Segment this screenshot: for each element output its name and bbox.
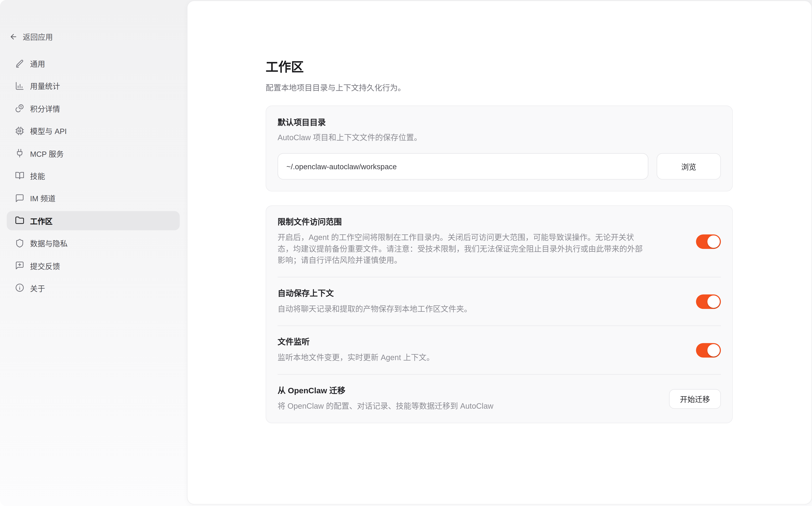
sidebar-item-label: 关于 xyxy=(30,282,45,293)
cpu-icon xyxy=(15,126,24,136)
setting-row-restrict-file-access: 限制文件访问范围 开启后，Agent 的工作空间将限制在工作目录内。关闭后可访问… xyxy=(278,206,721,277)
bar-chart-icon xyxy=(15,81,24,90)
sidebar-item-feedback[interactable]: 提交反馈 xyxy=(7,256,179,275)
setting-row-migrate-openclaw: 从 OpenClaw 迁移 将 OpenClaw 的配置、对话记录、技能等数据迁… xyxy=(278,374,721,423)
setting-description: 自动将聊天记录和提取的产物保存到本地工作区文件夹。 xyxy=(278,303,472,315)
sidebar-item-label: 通用 xyxy=(30,58,45,69)
workspace-settings-card: 限制文件访问范围 开启后，Agent 的工作空间将限制在工作目录内。关闭后可访问… xyxy=(266,205,733,423)
sidebar-item-label: IM 频道 xyxy=(30,193,56,203)
sidebar-item-data-privacy[interactable]: 数据与隐私 xyxy=(7,233,179,253)
sidebar-item-label: 用量统计 xyxy=(30,80,60,91)
directory-card-title: 默认项目目录 xyxy=(278,117,721,128)
sidebar-item-models-api[interactable]: 模型与 API xyxy=(7,121,179,140)
coins-icon xyxy=(15,103,24,113)
shield-icon xyxy=(15,238,24,248)
back-to-app-button[interactable]: 返回应用 xyxy=(9,31,53,42)
arrow-left-icon xyxy=(9,32,17,40)
setting-title: 从 OpenClaw 迁移 xyxy=(278,386,493,396)
settings-sidebar: 返回应用 通用 用量统计 积分详情 xyxy=(0,0,187,506)
sidebar-item-label: 提交反馈 xyxy=(30,260,60,271)
workspace-path-input[interactable] xyxy=(278,153,648,179)
app-window: 返回应用 通用 用量统计 积分详情 xyxy=(0,0,812,506)
settings-main-panel: 工作区 配置本地项目目录与上下文持久化行为。 默认项目目录 AutoClaw 项… xyxy=(187,1,812,505)
directory-card-description: AutoClaw 项目和上下文文件的保存位置。 xyxy=(278,133,721,143)
setting-title: 文件监听 xyxy=(278,337,434,347)
setting-title: 自动保存上下文 xyxy=(278,288,472,299)
default-directory-card: 默认项目目录 AutoClaw 项目和上下文文件的保存位置。 浏览 xyxy=(266,105,733,191)
sidebar-item-label: 技能 xyxy=(30,170,45,181)
sidebar-item-usage-stats[interactable]: 用量统计 xyxy=(7,76,179,95)
toggle-knob xyxy=(708,344,720,356)
restrict-file-access-toggle[interactable] xyxy=(696,234,721,249)
setting-text: 自动保存上下文 自动将聊天记录和提取的产物保存到本地工作区文件夹。 xyxy=(278,288,472,315)
auto-save-context-toggle[interactable] xyxy=(696,294,721,309)
sidebar-item-im-channels[interactable]: IM 频道 xyxy=(7,188,179,208)
setting-text: 文件监听 监听本地文件变更，实时更新 Agent 上下文。 xyxy=(278,337,434,363)
page-title: 工作区 xyxy=(266,1,733,75)
book-open-icon xyxy=(15,171,24,180)
setting-text: 限制文件访问范围 开启后，Agent 的工作空间将限制在工作目录内。关闭后可访问… xyxy=(278,217,646,266)
workspace-settings-page: 工作区 配置本地项目目录与上下文持久化行为。 默认项目目录 AutoClaw 项… xyxy=(266,1,733,423)
message-square-icon xyxy=(15,193,24,203)
setting-row-file-watch: 文件监听 监听本地文件变更，实时更新 Agent 上下文。 xyxy=(278,325,721,374)
start-migration-button[interactable]: 开始迁移 xyxy=(669,389,721,409)
sidebar-item-workspace[interactable]: 工作区 xyxy=(7,211,179,230)
sidebar-item-mcp-services[interactable]: MCP 服务 xyxy=(7,144,179,163)
sidebar-nav: 通用 用量统计 积分详情 模型与 API xyxy=(7,54,179,301)
sidebar-item-about[interactable]: 关于 xyxy=(7,278,179,298)
setting-title: 限制文件访问范围 xyxy=(278,217,646,227)
directory-input-row: 浏览 xyxy=(278,153,721,179)
sidebar-item-credits[interactable]: 积分详情 xyxy=(7,99,179,118)
setting-description: 监听本地文件变更，实时更新 Agent 上下文。 xyxy=(278,352,434,363)
back-to-app-label: 返回应用 xyxy=(23,31,53,42)
file-watch-toggle[interactable] xyxy=(696,343,721,357)
sidebar-item-skills[interactable]: 技能 xyxy=(7,166,179,185)
setting-row-auto-save-context: 自动保存上下文 自动将聊天记录和提取的产物保存到本地工作区文件夹。 xyxy=(278,277,721,325)
sidebar-item-label: MCP 服务 xyxy=(30,148,64,159)
setting-description: 开启后，Agent 的工作空间将限制在工作目录内。关闭后可访问更大范围，可能导致… xyxy=(278,232,646,266)
setting-text: 从 OpenClaw 迁移 将 OpenClaw 的配置、对话记录、技能等数据迁… xyxy=(278,386,493,412)
info-icon xyxy=(15,283,24,293)
toggle-knob xyxy=(708,295,720,308)
plug-icon xyxy=(15,149,24,158)
sidebar-item-label: 模型与 API xyxy=(30,125,67,136)
page-subtitle: 配置本地项目目录与上下文持久化行为。 xyxy=(266,83,733,93)
browse-button[interactable]: 浏览 xyxy=(657,153,721,179)
message-square-plus-icon xyxy=(15,261,24,270)
pencil-icon xyxy=(15,59,24,68)
toggle-knob xyxy=(708,235,720,248)
sidebar-item-label: 数据与隐私 xyxy=(30,238,68,248)
sidebar-item-general[interactable]: 通用 xyxy=(7,54,179,73)
sidebar-item-label: 工作区 xyxy=(30,215,53,226)
sidebar-item-label: 积分详情 xyxy=(30,103,60,114)
folder-icon xyxy=(15,216,24,225)
setting-description: 将 OpenClaw 的配置、对话记录、技能等数据迁移到 AutoClaw xyxy=(278,401,493,412)
